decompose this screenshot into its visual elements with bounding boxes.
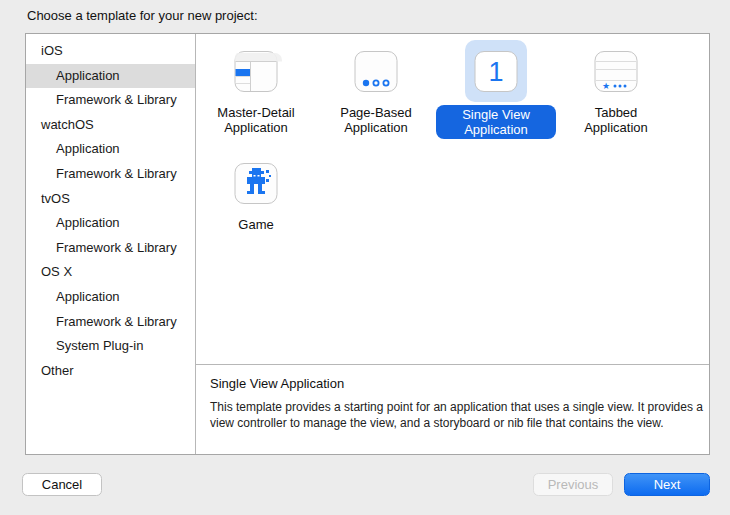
sidebar-item-osx-application[interactable]: Application	[26, 285, 195, 310]
sidebar-item-osx-framework-library[interactable]: Framework & Library	[26, 310, 195, 335]
sidebar-group-osx: OS X	[26, 260, 195, 285]
dialog-title: Choose a template for your new project:	[27, 8, 258, 23]
template-item-page-based[interactable]: Page-Based Application	[316, 40, 436, 139]
svg-text:1: 1	[488, 57, 503, 87]
template-description-pane: Single View Application This template pr…	[196, 364, 709, 454]
template-label-game: Game	[238, 217, 273, 232]
template-grid: Master-Detail Application	[196, 34, 709, 364]
sidebar-item-ios-application[interactable]: Application	[26, 64, 195, 89]
template-chooser-panel: iOS Application Framework & Library watc…	[25, 33, 710, 455]
previous-button[interactable]: Previous	[533, 473, 613, 496]
template-description-title: Single View Application	[210, 376, 695, 391]
sidebar-item-tvos-framework-library[interactable]: Framework & Library	[26, 236, 195, 261]
sidebar-item-tvos-application[interactable]: Application	[26, 211, 195, 236]
template-grid-row-2: Game	[196, 152, 709, 232]
template-description-body: This template provides a starting point …	[210, 400, 715, 431]
template-label-single-view: Single View Application	[436, 105, 556, 139]
game-icon	[230, 157, 282, 209]
sidebar-item-ios-framework-library[interactable]: Framework & Library	[26, 88, 195, 113]
sidebar-item-watchos-framework-library[interactable]: Framework & Library	[26, 162, 195, 187]
template-label-page-based: Page-Based Application	[324, 105, 428, 135]
sidebar-item-osx-system-plugin[interactable]: System Plug-in	[26, 334, 195, 359]
template-item-single-view[interactable]: 1 Single View Application	[436, 40, 556, 139]
page-based-icon	[350, 45, 402, 97]
template-item-game[interactable]: Game	[196, 152, 316, 232]
sidebar-group-other[interactable]: Other	[26, 359, 195, 384]
sidebar-group-ios: iOS	[26, 39, 195, 64]
tabbed-icon: ★	[590, 45, 642, 97]
template-item-tabbed[interactable]: ★ Tabbed Application	[556, 40, 676, 139]
template-item-master-detail[interactable]: Master-Detail Application	[196, 40, 316, 139]
template-grid-row-1: Master-Detail Application	[196, 40, 709, 139]
svg-text:★: ★	[602, 81, 610, 91]
sidebar-item-watchos-application[interactable]: Application	[26, 137, 195, 162]
sidebar-group-watchos: watchOS	[26, 113, 195, 138]
template-label-master-detail: Master-Detail Application	[204, 105, 308, 135]
single-view-icon: 1	[470, 45, 522, 97]
cancel-button[interactable]: Cancel	[22, 473, 102, 496]
template-main-area: Master-Detail Application	[196, 34, 709, 454]
sidebar-group-tvos: tvOS	[26, 187, 195, 212]
platform-sidebar: iOS Application Framework & Library watc…	[26, 34, 196, 454]
template-selection-highlight: 1	[465, 40, 527, 102]
template-label-tabbed: Tabbed Application	[564, 105, 668, 135]
new-project-template-dialog: { "window": { "title": "Choose a templat…	[0, 0, 730, 515]
master-detail-icon	[230, 45, 282, 97]
next-button[interactable]: Next	[624, 473, 710, 496]
